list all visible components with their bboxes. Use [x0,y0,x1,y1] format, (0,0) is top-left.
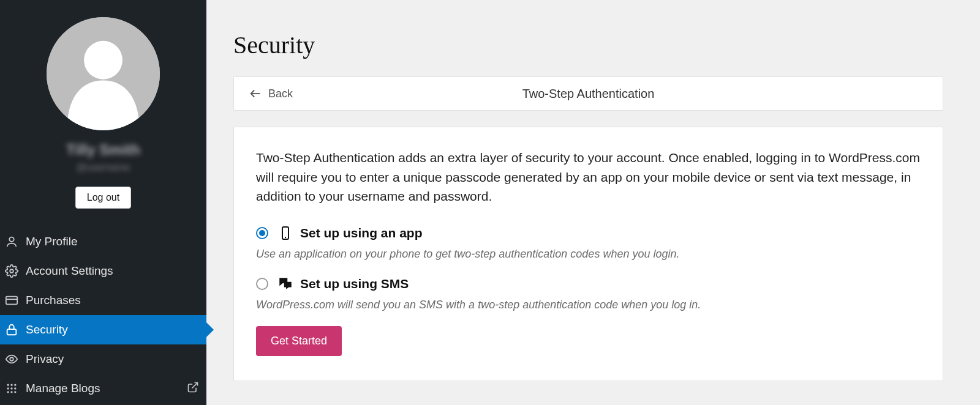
svg-point-8 [7,384,9,386]
sidebar-item-privacy[interactable]: Privacy [0,344,206,374]
external-link-icon [187,381,199,396]
option-app: Set up using an app Use an application o… [256,225,921,261]
option-sms-label: Set up using SMS [300,277,409,291]
option-sms-row[interactable]: Set up using SMS [256,275,921,292]
svg-point-7 [10,357,13,361]
sidebar-item-account-settings[interactable]: Account Settings [0,256,206,286]
option-sms-description: WordPress.com will send you an SMS with … [256,299,921,311]
arrow-left-icon [249,87,262,100]
svg-point-14 [7,391,9,393]
credit-card-icon [4,292,20,308]
svg-point-10 [14,384,16,386]
option-app-label: Set up using an app [300,226,423,240]
option-app-description: Use an application on your phone to get … [256,248,921,261]
sidebar-item-label: Security [26,323,68,336]
sidebar-item-label: Manage Blogs [26,382,100,395]
svg-point-13 [14,387,16,389]
main-content: Security Back Two-Step Authentication Tw… [206,0,980,405]
svg-point-3 [10,269,13,273]
svg-point-2 [9,237,13,242]
page-title: Security [233,31,943,59]
sidebar-item-purchases[interactable]: Purchases [0,286,206,315]
sidebar: Tilly Smith @username Log out My Profile… [0,0,206,405]
user-handle: @username [77,162,130,173]
chat-icon [277,275,294,292]
option-sms: Set up using SMS WordPress.com will send… [256,275,921,311]
gear-icon [4,263,20,279]
sidebar-item-label: Privacy [26,352,64,366]
logout-button[interactable]: Log out [75,187,131,209]
svg-rect-6 [7,329,17,335]
sidebar-nav: My Profile Account Settings Purchases Se… [0,227,206,403]
sidebar-item-manage-blogs[interactable]: Manage Blogs [0,374,206,403]
user-name: Tilly Smith [66,141,140,158]
sidebar-item-security[interactable]: Security [0,315,206,344]
sidebar-item-label: Account Settings [26,264,113,278]
smartphone-icon [277,225,294,242]
avatar-placeholder-icon [47,17,160,130]
back-label: Back [268,87,293,100]
back-button[interactable]: Back [249,87,293,100]
svg-line-17 [192,382,197,388]
grid-icon [4,381,20,396]
svg-point-15 [10,391,12,393]
breadcrumb-card: Back Two-Step Authentication [233,76,943,111]
lock-icon [4,322,20,338]
svg-point-16 [14,391,16,393]
svg-point-12 [10,387,12,389]
avatar[interactable] [47,17,160,130]
sidebar-item-label: Purchases [26,294,81,307]
svg-point-1 [84,41,123,80]
person-icon [4,234,20,250]
profile-section: Tilly Smith @username Log out [0,11,206,221]
sidebar-item-my-profile[interactable]: My Profile [0,227,206,256]
intro-text: Two-Step Authentication adds an extra la… [256,148,921,206]
eye-icon [4,351,20,367]
radio-app[interactable] [256,227,268,239]
svg-point-11 [7,387,9,389]
get-started-button[interactable]: Get Started [256,326,342,356]
card-title: Two-Step Authentication [234,87,943,101]
two-step-card: Two-Step Authentication adds an extra la… [233,127,943,381]
radio-sms[interactable] [256,278,268,290]
svg-point-9 [10,384,12,386]
option-app-row[interactable]: Set up using an app [256,225,921,242]
svg-rect-4 [6,297,17,305]
sidebar-item-label: My Profile [26,235,77,248]
